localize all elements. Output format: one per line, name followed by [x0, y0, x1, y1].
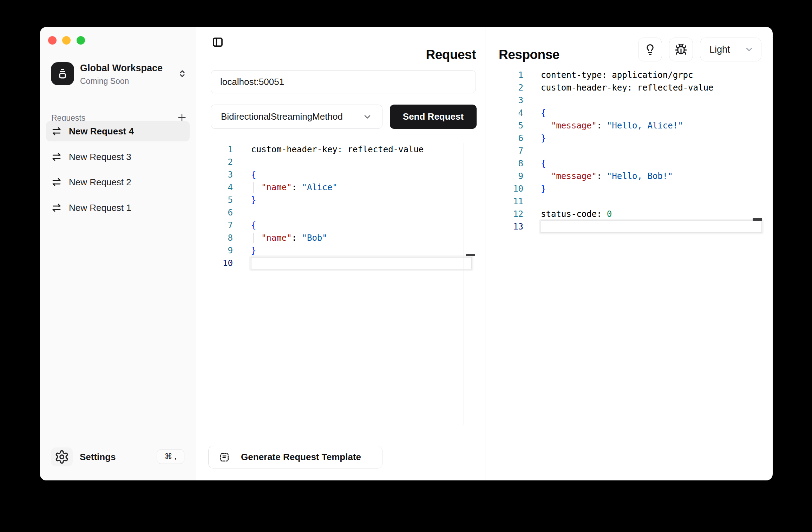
- zoom-button[interactable]: [77, 36, 85, 45]
- code-token: }: [251, 246, 256, 255]
- scrollbar-cursor-marker: [753, 218, 762, 221]
- line-number: 3: [198, 168, 233, 181]
- sidebar-item-new-request-1[interactable]: New Request 1: [46, 198, 190, 218]
- code-token: :: [597, 171, 607, 181]
- scrollbar-cursor-marker: [466, 254, 475, 256]
- line-number: 5: [488, 119, 523, 132]
- code-line: content-type: application/grpc: [541, 69, 693, 81]
- code-line: "message": "Hello, Alice!": [541, 119, 683, 132]
- code-token: 0: [607, 209, 612, 219]
- line-number: 13: [488, 220, 523, 233]
- swap-arrows-icon: [51, 152, 62, 162]
- code-line: custom-header-key: reflected-value: [251, 143, 424, 156]
- method-dropdown-value: BidirectionalStreamingMethod: [221, 111, 343, 122]
- request-panel-title: Request: [356, 47, 476, 62]
- code-line: "message": "Hello, Bob!": [541, 170, 673, 182]
- lightbulb-icon: [644, 43, 656, 56]
- sidebar-item-new-request-2[interactable]: New Request 2: [46, 172, 190, 192]
- generate-template-label: Generate Request Template: [241, 452, 361, 463]
- bug-icon: [675, 43, 687, 56]
- code-token: "Bob": [302, 233, 327, 243]
- method-dropdown[interactable]: BidirectionalStreamingMethod: [211, 105, 382, 129]
- code-line: {: [541, 107, 546, 119]
- line-number: 8: [198, 232, 233, 244]
- sidebar-item-new-request-4[interactable]: New Request 4: [46, 121, 190, 141]
- gear-icon: [51, 447, 73, 466]
- line-number: 7: [198, 219, 233, 232]
- sidebar-item-label: New Request 1: [69, 202, 131, 213]
- line-number: 3: [488, 94, 523, 107]
- code-token: "name": [261, 233, 292, 243]
- code-line: {: [251, 219, 256, 232]
- code-line: "name": "Bob": [251, 232, 327, 244]
- swap-arrows-icon: [51, 202, 62, 213]
- line-number: 2: [198, 156, 233, 168]
- editor-scrollbar-track[interactable]: [464, 143, 464, 425]
- theme-dropdown-value: Light: [709, 44, 730, 55]
- code-line: {: [251, 168, 256, 181]
- code-line: }: [541, 132, 546, 145]
- line-number: 1: [198, 143, 233, 156]
- code-line: }: [251, 244, 256, 257]
- current-line-highlight[interactable]: [251, 257, 472, 270]
- code-token: "name": [261, 182, 292, 192]
- code-token: :: [597, 121, 607, 131]
- code-token: [541, 121, 551, 131]
- line-number: 8: [488, 157, 523, 170]
- line-number: 5: [198, 194, 233, 206]
- code-token: :: [292, 233, 302, 243]
- chevrons-up-down-icon: [177, 68, 188, 79]
- minimize-button[interactable]: [62, 36, 71, 45]
- code-token: {: [541, 108, 546, 118]
- line-number: 10: [488, 182, 523, 195]
- theme-dropdown[interactable]: Light: [700, 38, 761, 61]
- code-token: [541, 171, 551, 181]
- sidebar-item-new-request-3[interactable]: New Request 3: [46, 147, 190, 167]
- code-token: [251, 182, 261, 192]
- lightbulb-button[interactable]: [638, 38, 662, 61]
- workspace-icon: [51, 62, 74, 85]
- app-window: Global Workspace Coming Soon Requests: [40, 27, 773, 480]
- current-line-highlight[interactable]: [541, 220, 762, 233]
- line-number: 6: [488, 132, 523, 145]
- code-token: "Hello, Alice!": [607, 121, 683, 131]
- code-token: "Alice": [302, 182, 338, 192]
- code-token: }: [251, 195, 256, 205]
- code-line: }: [541, 182, 546, 195]
- settings-button[interactable]: Settings: [80, 452, 116, 463]
- debug-button[interactable]: [669, 38, 693, 61]
- code-token: }: [541, 184, 546, 194]
- settings-shortcut-badge: ⌘ ,: [157, 449, 184, 464]
- close-button[interactable]: [48, 36, 57, 45]
- code-line: "name": "Alice": [251, 181, 338, 194]
- code-token: [251, 233, 261, 243]
- code-token: "Hello, Bob!": [607, 171, 673, 181]
- generate-template-button[interactable]: Generate Request Template: [208, 446, 382, 468]
- line-number: 7: [488, 145, 523, 157]
- server-url-input[interactable]: [211, 70, 476, 93]
- code-line: status-code: 0: [541, 208, 612, 220]
- code-line: {: [541, 157, 546, 170]
- line-number: 12: [488, 208, 523, 220]
- code-token: }: [541, 133, 546, 143]
- line-number: 9: [198, 244, 233, 257]
- chevron-down-icon: [362, 112, 372, 122]
- sidebar-item-label: New Request 3: [69, 152, 131, 162]
- send-request-button[interactable]: Send Request: [390, 105, 477, 129]
- line-number: 1: [488, 69, 523, 81]
- line-number: 10: [198, 257, 233, 270]
- send-request-label: Send Request: [403, 111, 464, 122]
- line-number: 6: [198, 206, 233, 219]
- desktop-background: Global Workspace Coming Soon Requests: [0, 0, 812, 532]
- sidebar-item-label: New Request 4: [69, 126, 134, 137]
- code-token: custom-header-key: reflected-value: [541, 83, 713, 93]
- code-line: custom-header-key: reflected-value: [541, 81, 713, 94]
- line-number: 4: [198, 181, 233, 194]
- editor-scrollbar-track[interactable]: [752, 69, 752, 467]
- toggle-sidebar-button[interactable]: [210, 34, 225, 50]
- code-token: content-type: application/grpc: [541, 70, 693, 80]
- code-token: custom-header-key: reflected-value: [251, 145, 424, 154]
- chevron-down-icon: [744, 45, 754, 54]
- line-number: 9: [488, 170, 523, 182]
- line-number: 11: [488, 195, 523, 208]
